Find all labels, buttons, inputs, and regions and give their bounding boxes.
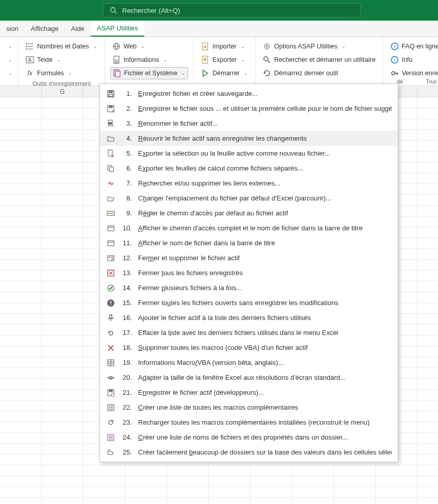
- grid-cell[interactable]: [42, 184, 83, 194]
- grid-cell[interactable]: [42, 152, 83, 162]
- grid-cell[interactable]: [417, 206, 438, 216]
- grid-cell[interactable]: [250, 487, 292, 497]
- grid-cell[interactable]: [292, 498, 334, 504]
- grid-cell[interactable]: [417, 368, 438, 378]
- grid-cell[interactable]: [417, 314, 438, 324]
- grid-cell[interactable]: [417, 227, 438, 238]
- grid-cell[interactable]: [125, 476, 167, 486]
- grid-cell[interactable]: [0, 292, 42, 303]
- grid-cell[interactable]: [42, 260, 83, 270]
- grid-cell[interactable]: [42, 227, 83, 238]
- grid-cell[interactable]: [83, 476, 125, 486]
- grid-cell[interactable]: [0, 335, 42, 346]
- grid-cell[interactable]: [417, 130, 438, 140]
- grid-cell[interactable]: [0, 433, 42, 443]
- fichier-systeme-button[interactable]: Fichier et Système⌄: [110, 67, 189, 79]
- grid-cell[interactable]: [334, 465, 376, 476]
- menu-item-20[interactable]: 20.Adapter la taille de la fenêtre Excel…: [100, 370, 398, 385]
- column-header-G[interactable]: G: [42, 86, 83, 97]
- grid-cell[interactable]: [417, 476, 438, 486]
- grid-cell[interactable]: [0, 444, 42, 454]
- grid-cell[interactable]: [0, 195, 42, 205]
- grid-cell[interactable]: [0, 108, 42, 119]
- menu-item-21[interactable]: 21.Enregistrer le fichier actif (dévelop…: [100, 385, 398, 400]
- grid-cell[interactable]: [42, 444, 83, 454]
- grid-cell[interactable]: [417, 249, 438, 259]
- grid-cell[interactable]: [292, 476, 334, 486]
- grid-cell[interactable]: [0, 141, 42, 151]
- grid-cell[interactable]: [376, 498, 417, 504]
- grid-cell[interactable]: [0, 379, 42, 389]
- grid-cell[interactable]: [417, 433, 438, 443]
- column-header-blank[interactable]: [0, 86, 42, 97]
- grid-cell[interactable]: [376, 476, 417, 486]
- grid-cell[interactable]: [167, 465, 209, 476]
- grid-cell[interactable]: [209, 487, 250, 497]
- grid-cell[interactable]: [42, 130, 83, 140]
- grid-cell[interactable]: [42, 206, 83, 216]
- grid-cell[interactable]: [0, 184, 42, 194]
- menu-item-23[interactable]: 23.Recharger toutes les macros complémen…: [100, 415, 398, 430]
- grid-cell[interactable]: [417, 379, 438, 389]
- grid-cell[interactable]: [42, 216, 83, 227]
- grid-cell[interactable]: [42, 162, 83, 173]
- options-button[interactable]: Options ASAP Utilities⌄: [261, 40, 378, 53]
- grid-cell[interactable]: [167, 498, 209, 504]
- grid-cell[interactable]: [417, 173, 438, 183]
- column-header-blank[interactable]: [417, 86, 438, 97]
- grid-cell[interactable]: [0, 119, 42, 129]
- menu-item-2[interactable]: 2.Enregistrer le fichier sous ... et uti…: [100, 101, 398, 116]
- grid-cell[interactable]: [0, 281, 42, 292]
- grid-cell[interactable]: [0, 455, 42, 465]
- grid-cell[interactable]: [0, 422, 42, 432]
- menu-item-13[interactable]: 13.Fermer tous les fichiers enregistrés: [100, 265, 398, 280]
- grid-cell[interactable]: [42, 141, 83, 151]
- exporter-button[interactable]: Exporter⌄: [199, 54, 250, 66]
- grid-cell[interactable]: [417, 346, 438, 357]
- grid-cell[interactable]: [42, 314, 83, 324]
- grid-cell[interactable]: [417, 400, 438, 411]
- grid-cell[interactable]: [417, 141, 438, 151]
- grid-cell[interactable]: [250, 476, 292, 486]
- grid-cell[interactable]: [0, 130, 42, 140]
- grid-cell[interactable]: [167, 487, 209, 497]
- grid-cell[interactable]: [334, 498, 376, 504]
- grid-cell[interactable]: [209, 465, 250, 476]
- grid-cell[interactable]: [209, 498, 250, 504]
- grid-cell[interactable]: [0, 249, 42, 259]
- nombres-dates-button[interactable]: Nombres et Dates⌄: [24, 40, 99, 53]
- grid-cell[interactable]: [0, 400, 42, 411]
- grid-cell[interactable]: [42, 346, 83, 357]
- grid-cell[interactable]: [417, 335, 438, 346]
- grid-cell[interactable]: [250, 498, 292, 504]
- menu-item-3[interactable]: ab3.Renommer le fichier actif...: [100, 116, 398, 131]
- grid-cell[interactable]: [0, 390, 42, 400]
- grid-cell[interactable]: [0, 357, 42, 367]
- tab-aide[interactable]: Aide: [65, 21, 91, 37]
- grid-cell[interactable]: [417, 444, 438, 454]
- grid-cell[interactable]: [417, 422, 438, 432]
- menu-item-4[interactable]: 4.Réouvrir le fichier actif sans enregis…: [100, 131, 398, 146]
- grid-cell[interactable]: [292, 465, 334, 476]
- menu-item-1[interactable]: 1.Enregistrer fichier et créer sauvegard…: [100, 86, 398, 101]
- grid-cell[interactable]: [0, 238, 42, 248]
- grid-cell[interactable]: [83, 498, 125, 504]
- grid-cell[interactable]: [42, 195, 83, 205]
- grid-cell[interactable]: [125, 498, 167, 504]
- grid-cell[interactable]: [42, 249, 83, 259]
- grid-cell[interactable]: [417, 152, 438, 162]
- menu-item-14[interactable]: 14.Fermer plusieurs fichiers à la fois..…: [100, 280, 398, 295]
- grid-cell[interactable]: [417, 119, 438, 129]
- grid-cell[interactable]: [417, 108, 438, 119]
- grid-cell[interactable]: [42, 433, 83, 443]
- demarrez-dernier-button[interactable]: Démarrez dernier outil: [261, 67, 378, 79]
- info-button[interactable]: i Info: [389, 54, 438, 66]
- grid-cell[interactable]: [0, 498, 42, 504]
- grid-cell[interactable]: [292, 487, 334, 497]
- grid-cell[interactable]: [42, 455, 83, 465]
- tab-asap-utilities[interactable]: ASAP Utilities: [91, 21, 144, 37]
- grid-cell[interactable]: [417, 162, 438, 173]
- grid-cell[interactable]: [417, 292, 438, 303]
- grid-cell[interactable]: [0, 411, 42, 422]
- grid-cell[interactable]: [42, 281, 83, 292]
